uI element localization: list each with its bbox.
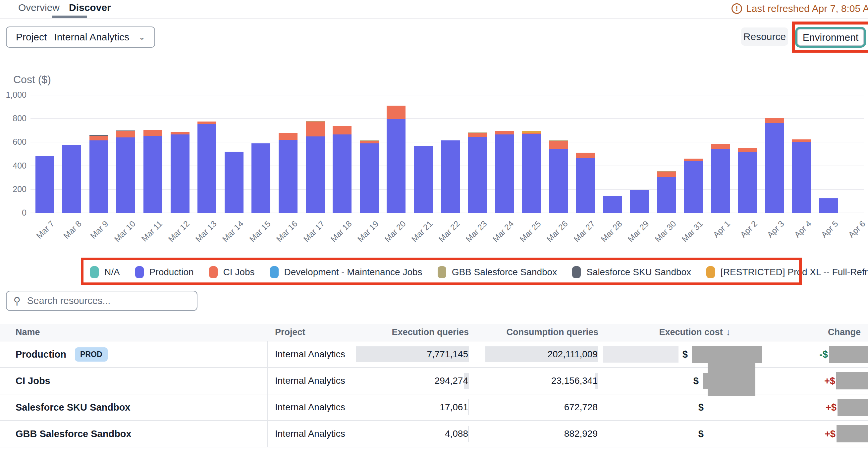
tab-overview[interactable]: Overview [18, 2, 60, 13]
toggle-resource-button[interactable]: Resource [741, 28, 788, 46]
redaction-block [829, 346, 868, 363]
change-prefix: +$ [824, 376, 835, 386]
legend-item[interactable]: N/A [90, 266, 120, 278]
chevron-down-icon: ⌄ [138, 32, 145, 42]
table-row[interactable]: Salesforce SKU SandboxInternal Analytics… [0, 394, 868, 421]
x-axis-tick: Apr 6 [846, 219, 867, 240]
bar-apr-4[interactable] [792, 139, 811, 213]
legend-label: [RESTRICTED] Prod XL -- Full-Refresh job… [720, 267, 868, 278]
bar-segment [603, 196, 622, 213]
legend-swatch [438, 266, 446, 278]
bar-mar-18[interactable] [333, 126, 351, 213]
table-row[interactable]: GBB Salesforce SandboxInternal Analytics… [0, 421, 868, 447]
legend-item[interactable]: GBB Salesforce Sandbox [438, 266, 557, 278]
execution-queries-value: 17,061 [440, 402, 469, 413]
legend-swatch [135, 266, 144, 278]
resource-name: GBB Salesforce Sandbox [16, 428, 131, 440]
bar-apr-1[interactable] [711, 144, 730, 213]
bar-segment [116, 137, 135, 213]
consumption-queries-value: 202,111,009 [547, 349, 598, 360]
bar-mar-8[interactable] [62, 145, 81, 213]
bar-segment [765, 118, 784, 123]
legend-item[interactable]: [RESTRICTED] Prod XL -- Full-Refresh job… [706, 266, 868, 278]
bar-apr-5[interactable] [819, 198, 838, 213]
gridline [30, 95, 864, 95]
legend-item[interactable]: Production [135, 266, 194, 278]
x-axis-tick: Mar 26 [545, 219, 570, 244]
legend-swatch [572, 266, 581, 278]
bar-mar-27[interactable] [576, 153, 595, 213]
bar-segment [522, 134, 541, 213]
bar-mar-14[interactable] [225, 152, 244, 213]
bar-mar-11[interactable] [144, 130, 162, 213]
bar-segment [819, 198, 838, 213]
bar-segment [576, 153, 595, 158]
toggle-environment-button[interactable]: Environment [797, 29, 864, 46]
x-axis-tick: Mar 21 [409, 219, 435, 244]
header-name[interactable]: Name [0, 324, 268, 341]
chart-legend: N/AProductionCI JobsDevelopment - Mainte… [90, 264, 868, 281]
bar-mar-24[interactable] [495, 131, 514, 213]
x-axis-tick: Mar 18 [329, 219, 354, 244]
bar-segment [360, 143, 379, 213]
bar-mar-25[interactable] [522, 131, 541, 213]
legend-item[interactable]: CI Jobs [209, 266, 255, 278]
bar-segment [386, 106, 405, 119]
header-execution-cost[interactable]: Execution cost ↓ [598, 324, 762, 341]
bar-segment [251, 143, 270, 213]
bar-mar-19[interactable] [360, 140, 379, 213]
x-axis-tick: Mar 15 [247, 219, 273, 244]
exclamation-circle-icon: ! [732, 3, 742, 14]
legend-item[interactable]: Development - Maintenance Jobs [270, 266, 423, 278]
header-consumption-queries[interactable]: Consumption queries [469, 324, 598, 341]
x-axis-tick: Mar 30 [653, 219, 678, 244]
bar-mar-12[interactable] [170, 132, 189, 213]
bar-apr-2[interactable] [738, 148, 757, 213]
header-project[interactable]: Project [268, 324, 345, 341]
bar-mar-7[interactable] [35, 156, 54, 213]
bar-mar-20[interactable] [386, 106, 405, 213]
bar-segment [197, 124, 216, 213]
tab-discover[interactable]: Discover [69, 2, 111, 13]
y-axis-tick: 400 [0, 161, 27, 170]
bar-mar-9[interactable] [89, 135, 108, 213]
bar-mar-26[interactable] [549, 140, 568, 213]
bar-mar-15[interactable] [251, 143, 270, 213]
bar-mar-17[interactable] [306, 121, 325, 213]
execution-cost-currency: $ [699, 428, 704, 440]
last-refreshed-status: ! Last refreshed Apr 7, 8:05 AM PDT [732, 2, 868, 15]
header-change[interactable]: Change [762, 324, 868, 341]
x-axis-tick: Mar 14 [220, 219, 246, 244]
header-execution-queries[interactable]: Execution queries [345, 324, 469, 341]
project-filter-dropdown[interactable]: Project Internal Analytics ⌄ [6, 27, 155, 48]
x-axis-tick: Mar 22 [437, 219, 462, 244]
bar-mar-30[interactable] [657, 171, 676, 213]
sort-desc-icon: ↓ [726, 327, 731, 337]
bar-segment [684, 161, 703, 213]
header-execution-cost-label: Execution cost [659, 327, 722, 337]
bar-mar-13[interactable] [197, 122, 216, 213]
bar-segment [170, 134, 189, 213]
legend-item[interactable]: Salesforce SKU Sandbox [572, 266, 691, 278]
search-input[interactable] [27, 295, 190, 306]
bar-mar-16[interactable] [279, 133, 298, 213]
bar-mar-31[interactable] [684, 159, 703, 213]
bar-mar-22[interactable] [441, 140, 460, 213]
execution-queries-value: 4,088 [445, 428, 469, 439]
active-tab-underline [52, 15, 87, 18]
bar-mar-21[interactable] [414, 146, 433, 213]
redaction-spacer [708, 425, 755, 442]
bar-mar-23[interactable] [468, 132, 487, 213]
legend-swatch [706, 266, 715, 278]
resource-name: CI Jobs [16, 376, 50, 386]
bar-mar-29[interactable] [630, 190, 649, 213]
bar-mar-10[interactable] [116, 130, 135, 213]
x-axis-tick: Mar 11 [140, 219, 164, 244]
bar-mar-28[interactable] [603, 196, 622, 213]
x-axis-tick: Apr 2 [738, 219, 759, 240]
bar-segment [306, 136, 325, 213]
x-axis-tick: Mar 13 [193, 219, 219, 244]
bar-segment [495, 134, 514, 213]
bar-apr-3[interactable] [765, 118, 784, 213]
x-axis-tick: Mar 19 [355, 219, 381, 244]
